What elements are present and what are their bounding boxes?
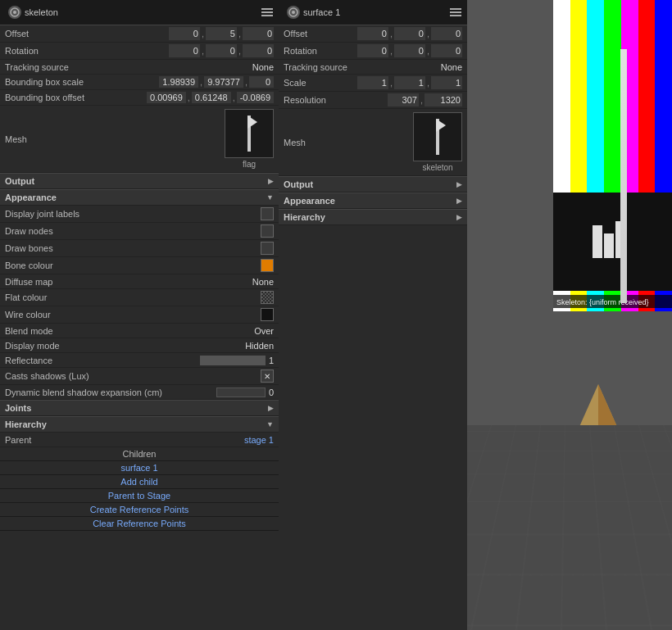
r-mesh-thumb[interactable] <box>413 112 462 161</box>
svg-rect-2 <box>261 8 273 10</box>
left-panel-title: skeleton <box>25 7 58 17</box>
casts-shadows-checkbox[interactable]: ✕ <box>261 369 274 383</box>
clear-ref-points-link[interactable]: Clear Reference Points <box>0 517 279 531</box>
display-mode-value: Hidden <box>245 341 274 351</box>
reflectance-row: Reflectance 1 <box>0 353 279 368</box>
appearance-section[interactable]: Appearance ▼ <box>0 189 279 206</box>
logo-symbol <box>593 217 633 266</box>
blend-mode-label: Blend mode <box>5 326 254 336</box>
surface1-link[interactable]: surface 1 <box>0 461 279 475</box>
r-mesh-label: Mesh <box>284 138 406 147</box>
blend-mode-row: Blend mode Over <box>0 324 279 338</box>
r-appearance-section-title: Appearance <box>284 196 335 206</box>
r-appearance-section[interactable]: Appearance ▶ <box>279 193 467 209</box>
wire-colour-swatch[interactable] <box>261 308 274 321</box>
tracking-source-label: Tracking source <box>5 62 252 72</box>
tracking-source-value: None <box>252 62 274 72</box>
wire-colour-label: Wire colour <box>5 310 261 320</box>
r-output-section[interactable]: Output ▶ <box>279 176 467 193</box>
dynamic-blend-row: Dynamic blend shadow expansion (cm) 0 <box>0 385 279 400</box>
black-area <box>553 193 672 291</box>
r-rotation-z[interactable] <box>431 44 462 57</box>
tracking-source-row: Tracking source None <box>0 60 279 75</box>
output-arrow: ▶ <box>268 177 274 185</box>
display-joint-labels-row: Display joint labels <box>0 206 279 223</box>
r-mesh-row: Mesh skeleton <box>279 109 467 176</box>
mesh-row: Mesh flag <box>0 106 279 173</box>
r-offset-y[interactable] <box>394 27 425 40</box>
right-panel-header: surface 1 <box>279 0 467 25</box>
display-mode-label: Display mode <box>5 341 245 351</box>
parent-label: Parent <box>5 435 244 445</box>
create-ref-points-link[interactable]: Create Reference Points <box>0 503 279 517</box>
flat-colour-label: Flat colour <box>5 292 261 302</box>
r-offset-x[interactable] <box>357 27 388 40</box>
r-rotation-row: Rotation , , <box>279 43 467 60</box>
r-mesh-thumb-label: skeleton <box>422 163 452 172</box>
mesh-thumb[interactable] <box>225 109 274 158</box>
casts-shadows-label: Casts shadows (Lux) <box>5 371 261 381</box>
casts-shadows-row: Casts shadows (Lux) ✕ <box>0 368 279 385</box>
mesh-thumb-label: flag <box>243 160 256 169</box>
svg-point-8 <box>292 11 295 14</box>
r-scale-x[interactable] <box>357 76 388 89</box>
r-scale-label: Scale <box>284 78 357 88</box>
rotation-row: Rotation , , <box>0 43 279 60</box>
bbox-scale-row: Bounding box scale 1.98939 , 9.97377 , 0 <box>0 75 279 90</box>
diffuse-map-row: Diffuse map None <box>0 274 279 289</box>
display-joint-labels-label: Display joint labels <box>5 209 261 219</box>
svg-point-1 <box>13 11 16 14</box>
svg-rect-11 <box>450 15 461 16</box>
svg-marker-6 <box>247 116 257 129</box>
r-rotation-y[interactable] <box>394 44 425 57</box>
bbox-scale-z: 0 <box>249 76 274 88</box>
offset-label: Offset <box>5 29 169 39</box>
diffuse-map-value: None <box>252 277 274 287</box>
offset-y[interactable] <box>206 27 237 40</box>
bbox-offset-label: Bounding box offset <box>5 93 147 102</box>
rotation-z[interactable] <box>243 44 274 57</box>
add-child-link[interactable]: Add child <box>0 475 279 489</box>
r-offset-z[interactable] <box>431 27 462 40</box>
parent-value: stage 1 <box>244 435 274 445</box>
r-scale-y[interactable] <box>394 76 425 89</box>
display-joint-labels-checkbox[interactable] <box>261 207 274 220</box>
r-hierarchy-section-title: Hierarchy <box>284 212 325 222</box>
svg-rect-3 <box>261 11 273 13</box>
blend-mode-value: Over <box>254 326 274 336</box>
children-label: Children <box>0 447 279 461</box>
viewport[interactable]: Skeleton: {uniform received} <box>467 0 672 630</box>
r-resolution-row: Resolution , <box>279 92 467 109</box>
r-output-arrow: ▶ <box>456 180 462 188</box>
rotation-x[interactable] <box>169 44 200 57</box>
right-panel-menu-icon[interactable] <box>449 6 462 19</box>
offset-x[interactable] <box>169 27 200 40</box>
r-scale-z[interactable] <box>431 76 462 89</box>
reflectance-value: 1 <box>269 356 274 365</box>
hierarchy-section[interactable]: Hierarchy ▼ <box>0 416 279 433</box>
parent-row: Parent stage 1 <box>0 433 279 447</box>
r-resolution-x[interactable] <box>388 93 419 107</box>
joints-section[interactable]: Joints ▶ <box>0 400 279 416</box>
r-hierarchy-section[interactable]: Hierarchy ▶ <box>279 209 467 225</box>
draw-bones-checkbox[interactable] <box>261 242 274 255</box>
rotation-y[interactable] <box>206 44 237 57</box>
r-appearance-arrow: ▶ <box>456 197 462 205</box>
r-resolution-y[interactable] <box>425 93 462 107</box>
bbox-offset-y: 0.61248 <box>192 92 231 103</box>
r-rotation-x[interactable] <box>357 44 388 57</box>
parent-to-stage-link[interactable]: Parent to Stage <box>0 489 279 503</box>
dynamic-blend-label: Dynamic blend shadow expansion (cm) <box>5 388 216 397</box>
left-panel-header: skeleton <box>0 0 279 25</box>
output-section[interactable]: Output ▶ <box>0 173 279 189</box>
draw-bones-label: Draw bones <box>5 243 261 253</box>
r-offset-label: Offset <box>284 29 357 39</box>
flat-colour-swatch[interactable] <box>261 291 274 304</box>
right-panel: surface 1 Offset , , Rotation , , Tracki… <box>279 0 467 630</box>
r-hierarchy-arrow: ▶ <box>456 213 462 221</box>
left-panel-menu-icon[interactable] <box>261 6 274 19</box>
svg-rect-15 <box>604 233 614 258</box>
draw-nodes-checkbox[interactable] <box>261 224 274 238</box>
bone-colour-swatch[interactable] <box>261 259 274 272</box>
offset-z[interactable] <box>243 27 274 40</box>
